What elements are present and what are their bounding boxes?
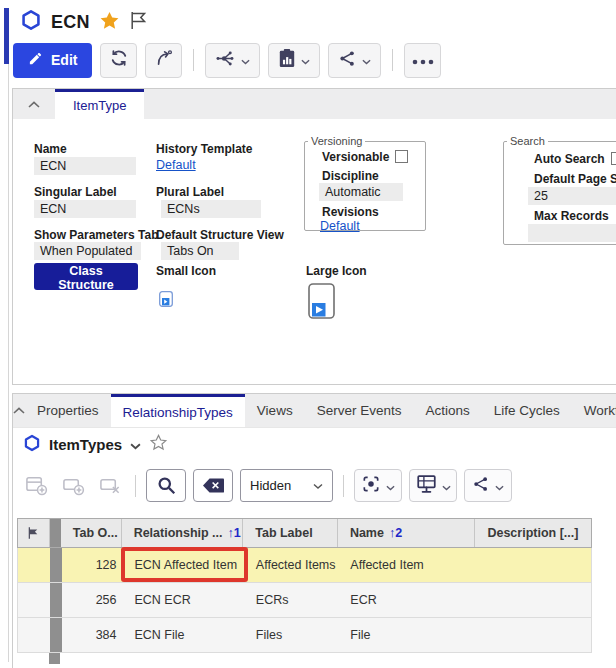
cell-relationship[interactable]: ECN Affected Item [122, 548, 243, 582]
column-header-description[interactable]: Description [...] [475, 519, 591, 547]
grid-frozen-splitter [50, 548, 62, 582]
name-field[interactable]: ECN [34, 157, 136, 175]
revisions-link[interactable]: Default [320, 219, 360, 233]
grid-frozen-splitter[interactable] [49, 653, 60, 664]
relationship-grid: Tab O... Relationship ...↑1 Tab Label Na… [17, 518, 592, 653]
max-records-field[interactable] [528, 224, 616, 242]
cell-relationship[interactable]: ECN ECR [122, 583, 243, 617]
sort-indicator: ↑2 [389, 526, 402, 540]
name-label: Name [34, 142, 67, 156]
cell-tab-order[interactable]: 128 [62, 548, 123, 582]
chevron-down-icon [442, 477, 451, 495]
delete-relationship-button-disabled[interactable] [95, 471, 125, 501]
tab-server-events[interactable]: Server Events [305, 394, 414, 427]
column-header-tab-label[interactable]: Tab Label [243, 519, 338, 547]
table-row[interactable]: 256 ECN ECR ECRs ECR [17, 583, 592, 618]
collapse-form-button[interactable] [13, 89, 55, 119]
cell-name[interactable]: File [338, 618, 475, 652]
toolbar-separator [343, 475, 344, 497]
row-flag-cell[interactable] [18, 583, 50, 617]
reports-button[interactable] [268, 43, 320, 78]
history-template-link[interactable]: Default [156, 158, 196, 172]
toolbar-separator [392, 49, 393, 71]
focus-options-button[interactable] [354, 469, 402, 502]
versionable-checkbox[interactable] [395, 150, 408, 163]
chevron-down-icon [386, 477, 395, 495]
display-options-button[interactable] [409, 469, 457, 502]
large-icon-label: Large Icon [306, 264, 367, 278]
collapse-relationships-button[interactable] [13, 394, 25, 427]
large-icon-image[interactable] [308, 283, 336, 323]
table-row[interactable]: 128 ECN Affected Item Affected Items Aff… [17, 548, 592, 583]
favorite-star-icon[interactable] [99, 10, 120, 35]
grid-share-button[interactable] [464, 469, 512, 502]
item-header: ECN [20, 8, 147, 36]
row-flag-cell[interactable] [18, 548, 50, 582]
small-icon-image[interactable] [159, 291, 173, 310]
promote-button[interactable] [145, 43, 182, 78]
hidden-filter-select[interactable]: Hidden [240, 469, 333, 502]
section-star-outline-icon[interactable] [149, 433, 168, 456]
share-button[interactable] [328, 43, 381, 78]
chevron-down-icon [301, 51, 310, 69]
select-chevron-icon [313, 478, 323, 493]
cell-tab-order[interactable]: 256 [62, 583, 123, 617]
default-page-size-field[interactable]: 25 [528, 187, 616, 205]
cell-description[interactable] [476, 618, 591, 652]
clear-search-button[interactable] [193, 469, 233, 502]
refresh-button[interactable] [100, 43, 137, 78]
tab-life-cycles[interactable]: Life Cycles [482, 394, 572, 427]
tab-properties[interactable]: Properties [25, 394, 111, 427]
grid-frozen-splitter[interactable] [50, 519, 61, 547]
left-scroll-indicator[interactable] [4, 8, 9, 64]
edit-button[interactable]: Edit [13, 43, 92, 78]
new-relationship-button-disabled[interactable] [21, 471, 51, 501]
cell-tab-order[interactable]: 384 [62, 618, 123, 652]
tab-relationshiptypes[interactable]: RelationshipTypes [111, 394, 245, 427]
column-header-name[interactable]: Name↑2 [338, 519, 476, 547]
edit-button-label: Edit [51, 52, 77, 68]
cell-relationship[interactable]: ECN File [122, 618, 243, 652]
cell-tab-label[interactable]: ECRs [244, 583, 339, 617]
cell-tab-label[interactable]: Files [244, 618, 339, 652]
chevron-down-icon [495, 477, 504, 495]
impact-matrix-button[interactable] [205, 43, 260, 78]
main-toolbar: Edit [13, 42, 441, 78]
flag-icon[interactable] [129, 11, 147, 34]
cell-name[interactable]: ECR [338, 583, 475, 617]
show-parameters-tab-field[interactable]: When Populated [34, 242, 141, 260]
grid-frozen-splitter [50, 583, 62, 617]
grid-header-row: Tab O... Relationship ...↑1 Tab Label Na… [17, 518, 592, 548]
cell-description[interactable] [476, 583, 591, 617]
default-page-size-label: Default Page Size [534, 172, 616, 186]
flag-column-header[interactable] [18, 519, 50, 547]
discipline-field[interactable]: Automatic [319, 183, 403, 201]
search-button[interactable] [146, 469, 186, 502]
tab-actions[interactable]: Actions [413, 394, 481, 427]
auto-search-checkbox[interactable] [611, 152, 616, 165]
search-group: Search Auto Search Default Page Size 25 … [503, 135, 616, 245]
tab-workflows[interactable]: Workflows [572, 394, 616, 427]
default-structure-view-field[interactable]: Tabs On [161, 242, 239, 260]
share-icon [338, 49, 357, 72]
class-structure-button[interactable]: Class Structure [34, 263, 138, 290]
left-divider [8, 64, 9, 662]
pencil-icon [28, 51, 43, 69]
section-chevron-down-icon[interactable] [130, 436, 141, 454]
cell-description[interactable] [476, 548, 591, 582]
plural-label-field[interactable]: ECNs [161, 200, 261, 218]
more-actions-button[interactable] [404, 43, 441, 78]
page-title: ECN [51, 12, 90, 33]
column-header-relationship[interactable]: Relationship ...↑1 [122, 519, 244, 547]
singular-label-field[interactable]: ECN [34, 200, 136, 218]
tab-views[interactable]: Views [245, 394, 305, 427]
singular-label-label: Singular Label [34, 185, 117, 199]
history-template-label: History Template [156, 142, 252, 156]
table-row[interactable]: 384 ECN File Files File [17, 618, 592, 653]
cell-tab-label[interactable]: Affected Items [244, 548, 339, 582]
column-header-tab-order[interactable]: Tab O... [61, 519, 122, 547]
tab-itemtype[interactable]: ItemType [55, 89, 144, 119]
row-flag-cell[interactable] [18, 618, 50, 652]
add-existing-button-disabled[interactable] [58, 471, 88, 501]
cell-name[interactable]: Affected Item [338, 548, 475, 582]
